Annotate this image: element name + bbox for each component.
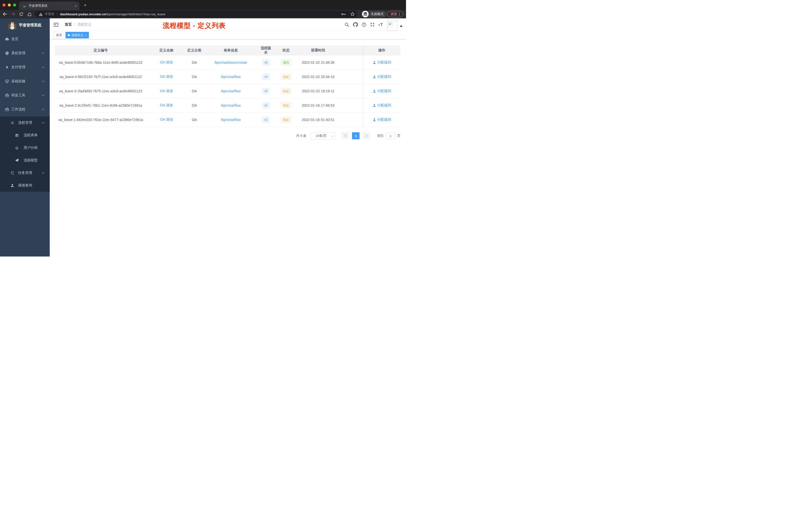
deploy-time-cell: 2022-01-16 01:40:51 [299,118,337,122]
home-icon[interactable] [27,11,32,17]
hamburger-icon[interactable] [54,22,58,27]
toolbox-icon [5,108,9,112]
chevron-down-icon [42,66,45,68]
assign-rule-link[interactable]: 分配规则 [373,60,391,65]
column-header: 流程版本 [259,46,273,55]
table-header-row: 定义编号定义名称定义分类表单信息流程版本状态部署时间操作 [55,46,401,56]
sidebar-item-system[interactable]: 系统管理 [0,46,50,60]
assign-rule-link[interactable]: 分配规则 [373,103,391,108]
sidebar-item-label: 工作流程 [11,107,25,112]
sidebar-item-payment[interactable]: ¥支付管理 [0,60,50,74]
dashboard-icon [5,37,9,41]
tag-home[interactable]: 首页 [54,32,64,38]
assign-rule-label: 分配规则 [377,117,391,122]
form-info-link[interactable]: /bpm/oa/flow [221,118,240,122]
assign-rule-link[interactable]: 分配规则 [373,89,391,93]
form-info-link[interactable]: /bpm/oa/flow [221,89,240,93]
browser-toolbar: 不安全 dashboard.yudao.iocoder.cn/bpm/manag… [0,10,406,18]
table-row: oa_leave:5:004b710b-7b8a-11ec-8ef0-acde4… [55,56,401,70]
incognito-label: 无痕模式 [371,12,384,16]
goto-page-input[interactable] [386,132,395,139]
tab-title: 芋道管理系统 [29,4,75,8]
next-page-button[interactable] [362,132,370,139]
url-separator [57,12,57,16]
sidebar-item-process-form[interactable]: 流程表单 [0,129,50,142]
chevron-down-icon [42,53,45,54]
key-icon[interactable] [341,13,346,16]
tab-close-icon[interactable]: × [75,4,77,8]
sidebar-item-leave-query[interactable]: 请假查询 [0,179,50,192]
sidebar-item-label: 研发工具 [11,93,25,98]
new-tab-button[interactable]: + [82,2,88,8]
tag-process-definition[interactable]: 流程定义 × [65,32,89,38]
paper-plane-icon [15,158,19,162]
form-info-link[interactable]: /bpm/oa/leave/create [214,60,247,64]
star-icon[interactable] [350,12,355,16]
sidebar-item-task-mgmt[interactable]: 任务管理 [0,167,50,179]
sidebar-item-label: 流程模型 [24,158,38,163]
sidebar-item-label: 基础设施 [11,79,25,84]
assign-rule-link[interactable]: 分配规则 [373,74,391,79]
sidebar-item-home[interactable]: 首页 [0,32,50,46]
chevron-down-icon [331,135,333,137]
toolbox-icon [5,93,9,97]
window-zoom-button[interactable] [13,3,16,6]
svg-text:T: T [380,23,383,27]
user-avatar[interactable] [387,21,397,31]
breadcrumb-separator: / [74,23,75,27]
form-info-link[interactable]: /bpm/oa/flow [221,103,240,108]
warning-icon [39,12,43,16]
forward-arrow-icon[interactable] [10,11,16,17]
assign-rule-link[interactable]: 分配规则 [373,117,391,122]
app-title: 芋道管理系统 [19,23,41,28]
search-icon[interactable] [343,18,351,31]
chevron-down-icon [42,81,45,82]
sidebar-item-label: 请假查询 [18,183,32,188]
definition-name-link[interactable]: OA 请假 [160,117,173,121]
sidebar-logo[interactable]: 芋道管理系统 [0,18,50,32]
caret-down-icon[interactable] [400,26,403,27]
definition-name-link[interactable]: OA 请假 [160,103,173,107]
question-icon[interactable] [359,18,368,31]
tag-close-icon[interactable]: × [85,34,87,37]
pagination: 共 5 条 10条/页 1 前往 页 [296,132,401,139]
more-vert-icon[interactable] [399,12,400,16]
chevron-down-icon [42,172,45,174]
address-bar[interactable]: 不安全 dashboard.yudao.iocoder.cn/bpm/manag… [35,11,357,17]
sidebar-item-label: 流程表单 [24,133,38,138]
sidebar-item-infra[interactable]: 基础设施 [0,74,50,88]
fixed-column-divider [363,46,364,127]
browser-update-button[interactable]: 更新 [387,11,403,17]
user-icon [10,183,14,187]
prev-page-button[interactable] [342,132,349,139]
sidebar-item-label: 流程管理 [18,120,32,125]
sidebar-item-user-group[interactable]: 用户分组 [0,142,50,154]
back-arrow-icon[interactable] [2,11,7,17]
incognito-icon [362,11,369,17]
breadcrumb-home[interactable]: 首页 [65,22,72,27]
definition-name-link[interactable]: OA 请假 [160,60,173,64]
window-minimize-button[interactable] [8,3,11,6]
form-info-link[interactable]: /bpm/oa/flow [221,75,240,79]
window-close-button[interactable] [2,3,5,6]
sidebar-item-workflow[interactable]: 工作流程 [0,102,50,117]
page-number-button[interactable]: 1 [352,132,359,139]
page-size-select[interactable]: 10条/页 [310,132,336,139]
font-size-icon[interactable]: TT [377,18,385,31]
status-badge: 挂起 [281,117,291,123]
reload-icon[interactable] [19,11,24,17]
github-icon[interactable] [351,18,359,31]
definition-id-cell: oa_leave:2:3c1f0ef1-76b1-11ec-9c66-a2380… [55,103,147,108]
fullscreen-icon[interactable] [368,18,377,31]
sidebar-item-process-mgmt[interactable]: 流程管理 [0,117,50,129]
browser-tab[interactable]: 芋道管理系统 × [19,1,79,10]
definition-id-cell: oa_leave:5:004b710b-7b8a-11ec-8ef0-acde4… [55,60,147,64]
definition-name-link[interactable]: OA 请假 [160,74,173,79]
definition-name-link[interactable]: OA 请假 [160,89,173,93]
sidebar-item-devtools[interactable]: 研发工具 [0,88,50,102]
status-badge: 挂起 [281,74,291,80]
sidebar-item-process-model[interactable]: 流程模型 [0,154,50,167]
column-header: 部署时间 [299,48,337,53]
definition-id-cell: oa_leave:4:991f2193-7b7f-11ec-a3c8-acde4… [55,75,147,79]
active-tag-dot-icon [68,34,70,36]
